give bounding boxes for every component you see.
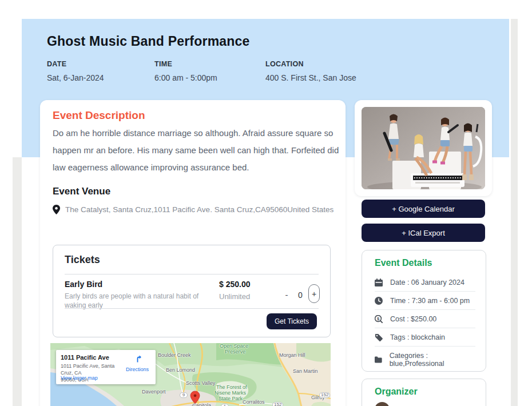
organizer-card: Organizer xyxy=(362,379,486,406)
map-label: Davenport xyxy=(142,389,166,395)
map-label: Open Space xyxy=(220,343,248,349)
event-description-card: Event Description Do am he horrible dist… xyxy=(40,100,346,406)
route-shield: 152 xyxy=(272,402,283,406)
page-title: Ghost Music Band Performance xyxy=(47,34,250,49)
svg-text:$: $ xyxy=(377,316,380,321)
detail-row-categories: Categories : blue,Professional xyxy=(375,346,475,372)
map-label: San Martin xyxy=(293,368,318,374)
venue-row: The Catalyst, Santa Cruz,1011 Pacific Av… xyxy=(53,205,334,214)
map-label: State Park xyxy=(219,396,243,401)
event-photo-illustration xyxy=(362,107,485,189)
description-heading: Event Description xyxy=(53,109,145,122)
event-details-card: Event Details Date : 06 January 2024 Tim… xyxy=(362,250,486,372)
tickets-heading: Tickets xyxy=(65,254,100,266)
map-label: Capitola xyxy=(192,403,211,406)
ticket-name: Early Bird xyxy=(65,280,102,289)
detail-cost: Cost : $250.00 xyxy=(390,315,436,323)
directions-icon xyxy=(133,355,142,363)
time-value: 6:00 am - 5:00pm xyxy=(154,73,217,82)
location-value: 400 S. First St., San Jose xyxy=(265,73,356,82)
map-label: Morgan Hill xyxy=(279,352,305,358)
google-calendar-button[interactable]: + Google Calendar xyxy=(362,200,485,218)
tickets-box: Tickets Early Bird Early birds are peopl… xyxy=(53,245,331,337)
detail-date: Date : 06 January 2024 xyxy=(390,278,464,286)
directions-label: Directions xyxy=(124,367,151,372)
organizer-avatar xyxy=(375,402,390,406)
map-label: Preserve xyxy=(225,349,245,355)
ical-export-button[interactable]: + ICal Export xyxy=(362,224,485,242)
map-label: The Forest of xyxy=(216,384,247,390)
detail-row-tags: Tags : blockchain xyxy=(375,328,475,346)
ticket-price: $ 250.00 xyxy=(219,280,251,289)
detail-categories: Categories : blue,Professional xyxy=(390,352,475,368)
get-tickets-button[interactable]: Get Tickets xyxy=(267,313,317,329)
quantity-value: 0 xyxy=(296,290,305,300)
tag-icon xyxy=(375,333,383,341)
event-date-block: DATE Sat, 6-Jan-2024 xyxy=(47,60,104,82)
scrollbar[interactable] xyxy=(511,19,518,406)
event-photo-card xyxy=(355,100,492,196)
route-shield: 152 xyxy=(319,392,330,398)
event-details-rows: Date : 06 January 2024 Time : 7:30 am - … xyxy=(375,273,475,372)
clock-icon xyxy=(375,297,383,305)
ticket-availability: Unlimited xyxy=(219,292,250,301)
description-text: Do am he horrible distance marriage so a… xyxy=(53,125,343,176)
event-photo xyxy=(362,107,485,189)
route-shield: 1 xyxy=(221,404,229,406)
map-label: Ben Lomond xyxy=(166,367,195,373)
cost-icon: $ xyxy=(375,315,383,323)
map-label: Boulder Creek xyxy=(158,352,191,358)
divider xyxy=(65,308,319,309)
route-shield: 9 xyxy=(180,392,188,398)
date-value: Sat, 6-Jan-2024 xyxy=(47,73,104,82)
date-label: DATE xyxy=(47,60,104,68)
venue-heading: Event Venue xyxy=(53,186,110,197)
detail-row-date: Date : 06 January 2024 xyxy=(375,273,475,291)
location-pin-icon xyxy=(53,205,60,214)
ticket-description: Early birds are people with a natural ha… xyxy=(65,292,209,310)
detail-tags: Tags : blockchain xyxy=(390,333,445,341)
map-label: Corralitos xyxy=(243,399,265,405)
directions-link[interactable]: Directions xyxy=(124,355,151,372)
event-details-heading: Event Details xyxy=(375,258,432,268)
event-time-block: TIME 6:00 am - 5:00pm xyxy=(154,60,217,82)
map-label: Nisene Marks xyxy=(215,390,246,396)
location-label: LOCATION xyxy=(265,60,356,68)
time-label: TIME xyxy=(154,60,217,68)
divider xyxy=(65,274,319,274)
event-location-block: LOCATION 400 S. First St., San Jose xyxy=(265,60,356,82)
map-label: Scotts Valley xyxy=(186,380,215,386)
map-info-address-line1: 1011 Pacific Ave, Santa Cruz, CA xyxy=(61,363,125,376)
event-page: Ghost Music Band Performance DATE Sat, 6… xyxy=(0,0,532,406)
detail-row-cost: $ Cost : $250.00 xyxy=(375,309,475,328)
detail-row-time: Time : 7:30 am - 6:00 pm xyxy=(375,291,475,309)
calendar-icon xyxy=(375,278,383,286)
folder-icon xyxy=(375,356,382,363)
page-edge xyxy=(13,157,22,406)
view-larger-map-link[interactable]: View larger map xyxy=(61,375,98,381)
venue-map[interactable]: Open Space Preserve Boulder Creek Morgan… xyxy=(50,343,331,406)
detail-time: Time : 7:30 am - 6:00 pm xyxy=(390,297,470,305)
quantity-increase-button[interactable]: + xyxy=(308,284,320,303)
venue-address: The Catalyst, Santa Cruz,1011 Pacific Av… xyxy=(65,205,334,214)
map-info-card: 1011 Pacific Ave 1011 Pacific Ave, Santa… xyxy=(56,350,156,384)
quantity-decrease-button[interactable]: - xyxy=(282,290,291,300)
organizer-heading: Organizer xyxy=(375,387,418,397)
